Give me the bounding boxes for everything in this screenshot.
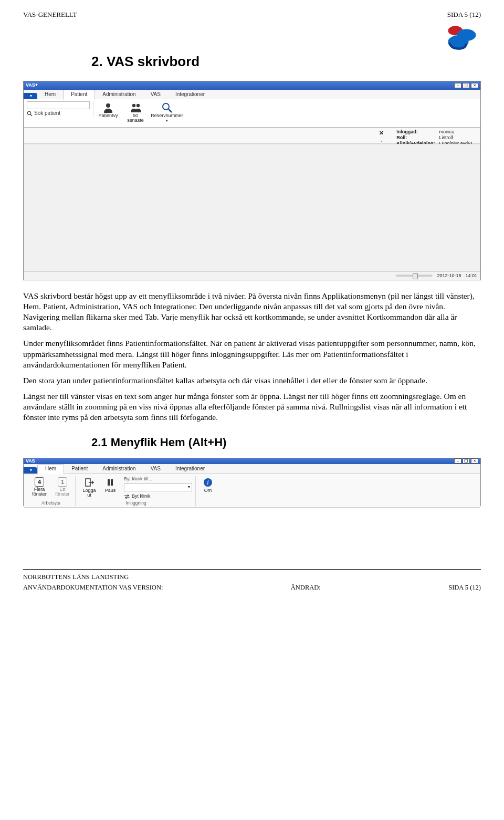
window-title-2: VAS bbox=[26, 458, 35, 465]
footer-org: NORRBOTTENS LÄNS LANDSTING bbox=[23, 573, 481, 581]
reservnummer-button[interactable]: Reservnummer ▾ bbox=[150, 101, 184, 124]
windows-count-many-icon: 4 bbox=[35, 477, 44, 487]
patientvy-button[interactable]: Patientvy bbox=[96, 101, 121, 119]
ett-fonster-button[interactable]: 1 Ettfönster bbox=[53, 476, 72, 498]
om-button[interactable]: i Om bbox=[200, 476, 216, 494]
footer-page: SIDA 5 (12) bbox=[448, 583, 481, 592]
search-icon bbox=[27, 111, 33, 117]
svg-line-4 bbox=[30, 114, 32, 116]
search-input[interactable] bbox=[27, 101, 90, 109]
windows-count-one-icon: 1 bbox=[58, 477, 67, 487]
window-title: VAS+ bbox=[26, 82, 38, 89]
minimize-icon[interactable]: – bbox=[454, 458, 461, 464]
tab-administration[interactable]: Administration bbox=[95, 465, 143, 474]
svg-point-6 bbox=[132, 104, 135, 107]
status-time: 14:01 bbox=[465, 273, 477, 279]
close-icon[interactable]: × bbox=[471, 83, 478, 88]
footer-version-label: ANVÄNDARDOKUMENTATION VAS VERSION: bbox=[23, 583, 163, 592]
logout-icon bbox=[83, 477, 95, 488]
tab-integrationer[interactable]: Integrationer bbox=[168, 90, 212, 99]
para-1: VAS skrivbord består högst upp av ett me… bbox=[23, 291, 481, 333]
people-icon bbox=[130, 102, 141, 113]
screenshot-hem-ribbon: VAS – ▢ × Hem Patient Administration VAS… bbox=[23, 458, 481, 506]
app-menu-button[interactable] bbox=[24, 467, 37, 474]
byt-klinik-button[interactable]: Byt klinik bbox=[124, 493, 192, 500]
tab-patient[interactable]: Patient bbox=[64, 465, 95, 474]
chevron-down-icon: ▾ bbox=[188, 485, 190, 490]
swap-icon bbox=[124, 493, 130, 500]
doc-header-left: VAS-GENERELLT bbox=[23, 10, 77, 19]
close-icon[interactable]: × bbox=[471, 458, 478, 464]
footer-changed-label: ÄNDRAD: bbox=[291, 583, 321, 592]
person-icon bbox=[102, 102, 114, 113]
restore-icon[interactable]: □ bbox=[463, 83, 470, 88]
senaste-50-button[interactable]: 50senaste bbox=[123, 101, 148, 124]
svg-rect-11 bbox=[108, 479, 110, 486]
clear-patient-icon[interactable]: ✕ bbox=[379, 129, 384, 136]
search-large-icon bbox=[161, 102, 173, 113]
svg-point-7 bbox=[136, 104, 140, 107]
tab-vas[interactable]: VAS bbox=[143, 465, 168, 474]
info-icon: i bbox=[202, 477, 214, 488]
screenshot-skrivbord: VAS+ – □ × Hem Patient Administration VA… bbox=[23, 81, 481, 280]
subsection-heading: 2.1 Menyflik Hem (Alt+H) bbox=[91, 435, 481, 450]
maximize-icon[interactable]: ▢ bbox=[463, 458, 470, 464]
status-date: 2012-10-18 bbox=[437, 273, 461, 279]
tab-hem[interactable]: Hem bbox=[37, 90, 63, 99]
byt-klinik-label: Byt klinik till... bbox=[124, 476, 192, 482]
vas-logo bbox=[443, 23, 481, 52]
tab-patient[interactable]: Patient bbox=[63, 90, 95, 100]
svg-line-9 bbox=[169, 109, 172, 112]
svg-point-8 bbox=[163, 103, 169, 110]
group-inloggning-label: Inloggning bbox=[77, 500, 195, 506]
svg-text:i: i bbox=[207, 479, 208, 486]
pause-icon bbox=[104, 477, 116, 488]
tab-administration[interactable]: Administration bbox=[95, 90, 143, 99]
para-2: Under menyfliksområdet finns Patientinfo… bbox=[23, 338, 481, 370]
chevron-down-icon: ▾ bbox=[166, 119, 168, 123]
para-3: Den stora ytan under patientinformations… bbox=[23, 375, 481, 386]
search-button[interactable]: Sök patient bbox=[27, 110, 90, 117]
byt-klinik-dropdown[interactable]: ▾ bbox=[124, 483, 192, 491]
svg-rect-12 bbox=[111, 479, 113, 486]
tab-integrationer[interactable]: Integrationer bbox=[168, 465, 212, 474]
app-menu-button[interactable] bbox=[24, 93, 37, 99]
flera-fonster-button[interactable]: 4 Flerafönster bbox=[30, 476, 49, 498]
minimize-icon[interactable]: – bbox=[454, 83, 461, 88]
para-4: Längst ner till vänster visas en text so… bbox=[23, 391, 481, 423]
svg-point-3 bbox=[27, 111, 30, 114]
group-arbetsyta-label: Arbetsyta bbox=[27, 500, 75, 506]
doc-header-right: SIDA 5 (12) bbox=[447, 10, 481, 19]
work-area bbox=[24, 144, 480, 271]
svg-point-5 bbox=[106, 103, 110, 108]
logga-ut-button[interactable]: Loggaut bbox=[80, 476, 99, 499]
zoom-slider[interactable] bbox=[396, 275, 433, 277]
tab-vas[interactable]: VAS bbox=[143, 90, 168, 99]
section-heading: 2. VAS skrivbord bbox=[91, 53, 481, 70]
tab-hem[interactable]: Hem bbox=[37, 464, 64, 474]
paus-button[interactable]: Paus bbox=[102, 476, 119, 494]
expand-down-icon[interactable]: ⌄ bbox=[380, 138, 384, 144]
